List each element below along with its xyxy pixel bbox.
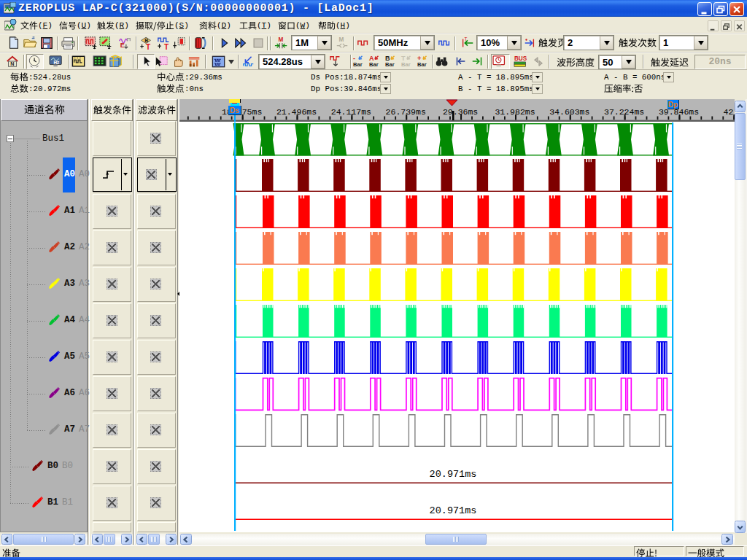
- svg-text:34.603ms: 34.603ms: [549, 107, 589, 117]
- svg-text:26.739ms: 26.739ms: [386, 107, 426, 117]
- svg-text:42.4: 42.4: [723, 107, 735, 117]
- svg-text:37.224ms: 37.224ms: [604, 107, 644, 117]
- svg-text:Bar: Bar: [417, 61, 427, 68]
- svg-text:N: N: [10, 61, 14, 67]
- svg-text:M: M: [338, 36, 344, 43]
- svg-text:21.496ms: 21.496ms: [276, 107, 317, 117]
- svg-text:BUS: BUS: [514, 55, 527, 62]
- svg-text:Bar: Bar: [401, 61, 411, 68]
- svg-text:20.971ms: 20.971ms: [430, 469, 477, 480]
- svg-text:Bar: Bar: [369, 61, 379, 68]
- svg-text:T: T: [464, 36, 467, 42]
- svg-text:Bar: Bar: [385, 61, 395, 68]
- svg-text:31.982ms: 31.982ms: [495, 107, 535, 117]
- svg-text:T: T: [164, 43, 169, 50]
- svg-text:29.36ms: 29.36ms: [443, 107, 478, 117]
- svg-text:E: E: [120, 42, 125, 49]
- svg-text:T: T: [146, 43, 150, 50]
- svg-text:M: M: [278, 36, 283, 43]
- svg-text:Bar: Bar: [353, 61, 363, 68]
- svg-text:Hz: Hz: [53, 60, 59, 65]
- svg-text:24.117ms: 24.117ms: [331, 107, 371, 117]
- svg-text:20.971ms: 20.971ms: [430, 505, 477, 516]
